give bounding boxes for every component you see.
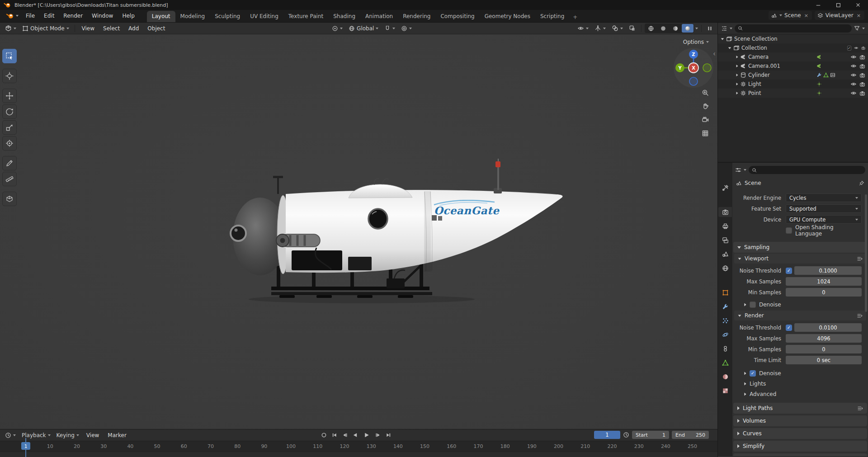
camera-view-icon[interactable] [699, 114, 711, 126]
render-visibility-icon[interactable] [859, 63, 865, 69]
volumes-section-header[interactable]: Volumes [733, 415, 867, 426]
auto-keying-record-button[interactable] [319, 430, 329, 439]
viewport-min-samples-field[interactable]: 0 [786, 288, 862, 297]
tab-world-properties[interactable] [718, 263, 732, 273]
shading-material-button[interactable] [670, 24, 681, 33]
expand-arrow-icon[interactable] [736, 65, 738, 67]
prev-keyframe-button[interactable] [340, 430, 349, 439]
editor-type-button[interactable] [3, 24, 19, 33]
hide-eye-icon[interactable] [850, 72, 857, 78]
viewport-subsection-header[interactable]: Viewport [734, 254, 866, 264]
advanced-header[interactable]: Advanced [732, 389, 868, 399]
tab-material-properties[interactable] [718, 372, 732, 382]
properties-search-input[interactable] [749, 166, 865, 174]
hide-eye-icon[interactable] [850, 63, 857, 69]
menu-object[interactable]: Object [144, 24, 169, 33]
viewport-noise-threshold-checkbox[interactable] [786, 268, 792, 274]
viewport-denoise-checkbox[interactable] [750, 302, 756, 308]
tab-object-properties[interactable] [718, 287, 732, 297]
jump-to-start-button[interactable] [330, 430, 339, 439]
render-noise-threshold-field[interactable]: 0.0100 [794, 323, 862, 332]
simplify-section-header[interactable]: Simplify [733, 441, 867, 452]
shading-options-chevron[interactable] [695, 28, 698, 29]
tool-transform[interactable] [2, 136, 17, 151]
tab-physics-properties[interactable] [718, 330, 732, 339]
render-max-samples-field[interactable]: 4096 [786, 334, 862, 343]
properties-editor-icon[interactable] [735, 167, 741, 173]
outliner-row-cylinder[interactable]: Cylinder [718, 71, 868, 80]
maximize-button[interactable] [828, 0, 848, 10]
presets-icon[interactable] [857, 256, 863, 262]
shading-solid-button[interactable] [657, 24, 669, 33]
next-keyframe-button[interactable] [373, 430, 383, 439]
render-noise-threshold-checkbox[interactable] [786, 325, 792, 331]
hide-eye-icon[interactable] [850, 54, 857, 60]
tool-cursor[interactable] [2, 69, 17, 83]
chevron-down-icon[interactable] [862, 28, 865, 29]
render-time-limit-field[interactable]: 0 sec [786, 356, 862, 364]
collection-checkbox[interactable]: ✓ [847, 46, 851, 51]
timeline-ruler[interactable]: 1020304050607080901001101201301401501601… [0, 441, 717, 452]
tab-scene-properties[interactable] [718, 249, 732, 259]
play-button[interactable] [361, 430, 373, 439]
minimize-button[interactable] [808, 0, 828, 10]
scene-selector[interactable]: Scene × [769, 11, 812, 20]
tab-sculpting[interactable]: Sculpting [210, 11, 245, 22]
transform-pivot-dropdown[interactable] [330, 24, 345, 33]
viewport-options-button[interactable]: Options [680, 38, 712, 47]
tab-rendering[interactable]: Rendering [398, 11, 435, 22]
close-button[interactable] [848, 0, 868, 10]
zoom-icon[interactable] [699, 87, 711, 99]
chevron-down-icon[interactable] [730, 28, 732, 29]
tool-measure[interactable] [2, 172, 17, 186]
menu-select[interactable]: Select [99, 24, 123, 33]
add-workspace-button[interactable]: + [569, 12, 581, 22]
blender-menu-button[interactable] [4, 11, 21, 20]
render-visibility-icon[interactable] [859, 90, 865, 96]
lights-header[interactable]: Lights [732, 378, 868, 389]
tab-viewlayer-properties[interactable] [718, 235, 732, 245]
transform-orientation-dropdown[interactable]: Global [346, 24, 381, 33]
unlink-viewlayer-icon[interactable]: × [856, 13, 862, 19]
presets-icon[interactable] [857, 405, 863, 411]
expand-arrow-icon[interactable] [721, 38, 724, 40]
feature-set-dropdown[interactable]: Supported [786, 204, 862, 213]
object-type-visibility-dropdown[interactable] [575, 24, 591, 33]
unlink-scene-icon[interactable]: × [803, 13, 809, 19]
proportional-editing-toggle[interactable] [399, 24, 414, 33]
play-reverse-button[interactable] [350, 430, 360, 439]
tool-annotate[interactable] [2, 156, 17, 170]
curves-section-header[interactable]: Curves [733, 428, 867, 439]
device-dropdown[interactable]: GPU Compute [786, 215, 862, 224]
sampling-section-header[interactable]: Sampling [733, 242, 867, 253]
timeline-marker-menu[interactable]: Marker [104, 431, 130, 439]
hide-eye-icon[interactable] [850, 90, 857, 96]
presets-icon[interactable] [857, 313, 863, 319]
render-denoise-checkbox[interactable] [750, 370, 756, 377]
viewport-max-samples-field[interactable]: 1024 [786, 277, 862, 286]
outliner-search-input[interactable] [735, 24, 852, 33]
menu-help[interactable]: Help [118, 11, 138, 20]
outliner-row-light[interactable]: Light [718, 80, 868, 89]
shading-wireframe-button[interactable] [645, 24, 657, 33]
viewport-noise-threshold-field[interactable]: 0.1000 [794, 266, 862, 275]
chevron-down-icon[interactable] [744, 169, 746, 171]
end-frame-field[interactable]: End 250 [672, 431, 709, 439]
expand-arrow-icon[interactable] [736, 56, 738, 58]
menu-render[interactable]: Render [59, 11, 87, 20]
keying-menu[interactable]: Keying [54, 431, 81, 440]
outliner-editor-icon[interactable] [721, 25, 727, 32]
tab-layout[interactable]: Layout [147, 11, 175, 22]
toggle-ortho-icon[interactable] [699, 127, 711, 139]
expand-arrow-icon[interactable] [736, 92, 738, 94]
tab-texture-properties[interactable] [718, 386, 732, 396]
viewport-render-pause-button[interactable] [705, 24, 715, 33]
timeline-view-menu[interactable]: View [83, 431, 103, 439]
timeline-tracks[interactable] [0, 452, 717, 457]
viewport-denoise-header[interactable]: Denoise [732, 299, 868, 310]
tool-move[interactable] [2, 89, 17, 103]
tab-modifier-properties[interactable] [718, 302, 732, 311]
axis-z-negative-ball[interactable] [689, 77, 698, 85]
render-visibility-icon[interactable] [859, 72, 865, 78]
render-subsection-header[interactable]: Render [734, 311, 866, 320]
